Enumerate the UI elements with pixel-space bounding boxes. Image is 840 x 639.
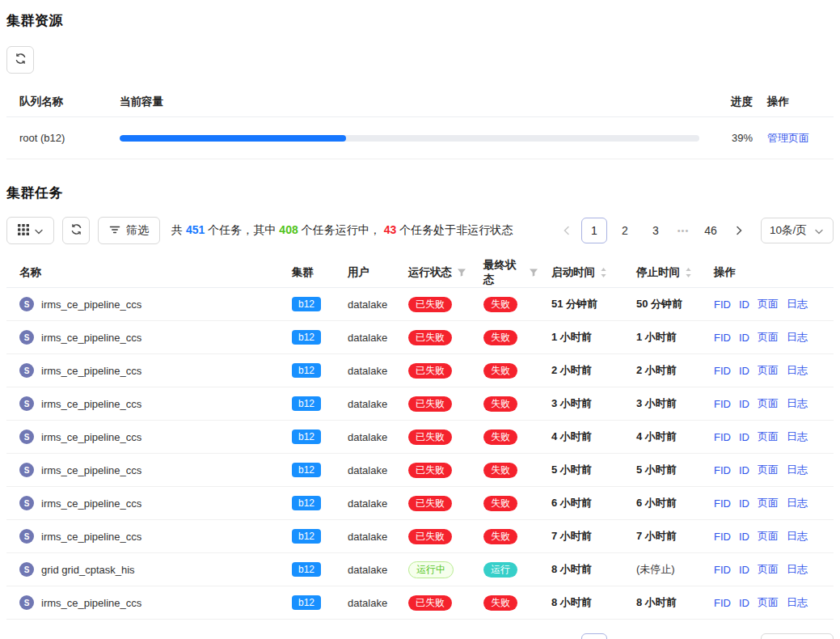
column-settings-button[interactable] — [6, 217, 54, 244]
pagination-page-last[interactable]: 46 — [698, 633, 724, 639]
grid-icon — [18, 224, 29, 238]
op-link-page[interactable]: 页面 — [758, 330, 779, 345]
task-actions: FIDID页面日志 — [701, 430, 834, 444]
op-link-fid[interactable]: FID — [714, 365, 731, 377]
op-link-log[interactable]: 日志 — [787, 430, 808, 444]
op-link-page[interactable]: 页面 — [758, 430, 779, 444]
op-link-fid[interactable]: FID — [714, 497, 731, 510]
op-link-fid[interactable]: FID — [714, 431, 731, 443]
final-status-badge: 失败 — [483, 529, 517, 544]
op-link-id[interactable]: ID — [739, 464, 749, 476]
op-link-fid[interactable]: FID — [714, 298, 731, 311]
pagination-page-3[interactable]: 3 — [643, 633, 669, 639]
tasks-refresh-button[interactable] — [62, 217, 90, 244]
task-row: S irms_ce_pipeline_ccs b12 datalake 已失败 … — [6, 288, 834, 321]
bottom-pagination-wrap: 1 2 3 ••• 46 10条/页 — [6, 633, 834, 639]
task-row: S irms_ce_pipeline_ccs b12 datalake 已失败 … — [6, 387, 834, 421]
cluster-badge: b12 — [292, 297, 321, 311]
op-link-id[interactable]: ID — [739, 332, 749, 344]
pagination-next[interactable] — [728, 218, 749, 243]
task-row: S irms_ce_pipeline_ccs b12 datalake 已失败 … — [6, 520, 834, 553]
op-link-log[interactable]: 日志 — [787, 562, 808, 577]
op-link-page[interactable]: 页面 — [758, 529, 779, 544]
op-link-page[interactable]: 页面 — [758, 562, 779, 577]
op-link-log[interactable]: 日志 — [787, 330, 808, 345]
op-link-id[interactable]: ID — [739, 564, 749, 576]
op-link-fid[interactable]: FID — [714, 531, 731, 543]
stop-time: 3 小时前 — [623, 396, 701, 411]
pagination-page-1[interactable]: 1 — [581, 633, 607, 639]
op-link-page[interactable]: 页面 — [758, 396, 779, 411]
op-link-page[interactable]: 页面 — [758, 496, 779, 510]
op-link-log[interactable]: 日志 — [787, 297, 808, 311]
start-time: 5 小时前 — [538, 463, 623, 477]
run-status-filter-icon[interactable] — [457, 268, 466, 277]
op-link-fid[interactable]: FID — [714, 398, 731, 410]
op-link-id[interactable]: ID — [739, 431, 749, 443]
start-time: 51 分钟前 — [538, 297, 623, 311]
op-link-id[interactable]: ID — [739, 497, 749, 510]
task-name: irms_ce_pipeline_ccs — [41, 398, 141, 410]
op-link-log[interactable]: 日志 — [787, 463, 808, 477]
task-row: S irms_ce_pipeline_ccs b12 datalake 已失败 … — [6, 487, 834, 520]
spark-avatar-icon: S — [19, 529, 34, 544]
op-link-page[interactable]: 页面 — [758, 363, 779, 378]
op-link-id[interactable]: ID — [739, 398, 749, 410]
op-link-page[interactable]: 页面 — [758, 463, 779, 477]
op-link-id[interactable]: ID — [739, 597, 749, 609]
op-link-fid[interactable]: FID — [714, 332, 731, 344]
op-link-fid[interactable]: FID — [714, 464, 731, 476]
task-actions: FIDID页面日志 — [701, 496, 834, 510]
filter-button[interactable]: 筛选 — [98, 217, 160, 244]
stop-time: 6 小时前 — [623, 496, 701, 510]
cluster-tasks-title: 集群任务 — [6, 184, 834, 202]
pagination-page-last[interactable]: 46 — [698, 218, 724, 243]
final-status-badge: 失败 — [483, 430, 517, 445]
op-link-id[interactable]: ID — [739, 531, 749, 543]
pagination-prev[interactable] — [555, 218, 576, 243]
cluster-badge: b12 — [292, 496, 321, 510]
op-link-fid[interactable]: FID — [714, 564, 731, 576]
pagination-ellipsis[interactable]: ••• — [673, 226, 693, 235]
task-name-cell: S irms_ce_pipeline_ccs — [6, 463, 279, 477]
refresh-icon — [70, 223, 82, 238]
task-name-cell: S irms_ce_pipeline_ccs — [6, 430, 279, 444]
op-link-page[interactable]: 页面 — [758, 297, 779, 311]
pagination-prev[interactable] — [555, 633, 576, 639]
pagination-next[interactable] — [728, 633, 749, 639]
stop-time-sorter-icon[interactable] — [685, 267, 692, 278]
final-status-filter-icon[interactable] — [529, 268, 538, 277]
task-name: irms_ce_pipeline_ccs — [41, 365, 141, 377]
task-actions: FIDID页面日志 — [701, 529, 834, 544]
chevron-down-icon — [815, 225, 823, 237]
op-link-log[interactable]: 日志 — [787, 363, 808, 378]
resources-refresh-button[interactable] — [6, 46, 34, 74]
manage-page-link[interactable]: 管理页面 — [767, 132, 809, 144]
op-link-log[interactable]: 日志 — [787, 529, 808, 544]
task-row: S grid grid_cptask_his b12 datalake 运行中 … — [6, 553, 834, 586]
start-time: 8 小时前 — [538, 562, 623, 577]
page-size-select[interactable]: 10条/页 — [761, 633, 834, 639]
task-actions: FIDID页面日志 — [701, 463, 834, 477]
op-link-id[interactable]: ID — [739, 298, 749, 311]
pagination-page-1[interactable]: 1 — [581, 218, 607, 243]
task-user: datalake — [335, 398, 395, 410]
col-cluster: 集群 — [279, 265, 335, 280]
run-status-badge: 已失败 — [408, 363, 452, 379]
op-link-log[interactable]: 日志 — [787, 595, 808, 610]
final-status-badge: 失败 — [483, 463, 517, 478]
task-name: irms_ce_pipeline_ccs — [41, 332, 141, 344]
op-link-page[interactable]: 页面 — [758, 595, 779, 610]
pagination-page-2[interactable]: 2 — [612, 218, 638, 243]
op-link-id[interactable]: ID — [739, 365, 749, 377]
op-link-fid[interactable]: FID — [714, 597, 731, 609]
pagination-page-2[interactable]: 2 — [612, 633, 638, 639]
op-link-log[interactable]: 日志 — [787, 396, 808, 411]
op-link-log[interactable]: 日志 — [787, 496, 808, 510]
final-status-badge: 失败 — [483, 297, 517, 312]
task-name-cell: S irms_ce_pipeline_ccs — [6, 529, 279, 544]
task-name-cell: S irms_ce_pipeline_ccs — [6, 297, 279, 311]
pagination-page-3[interactable]: 3 — [643, 218, 669, 243]
page-size-select[interactable]: 10条/页 — [761, 218, 834, 243]
start-time-sorter-icon[interactable] — [600, 267, 607, 278]
